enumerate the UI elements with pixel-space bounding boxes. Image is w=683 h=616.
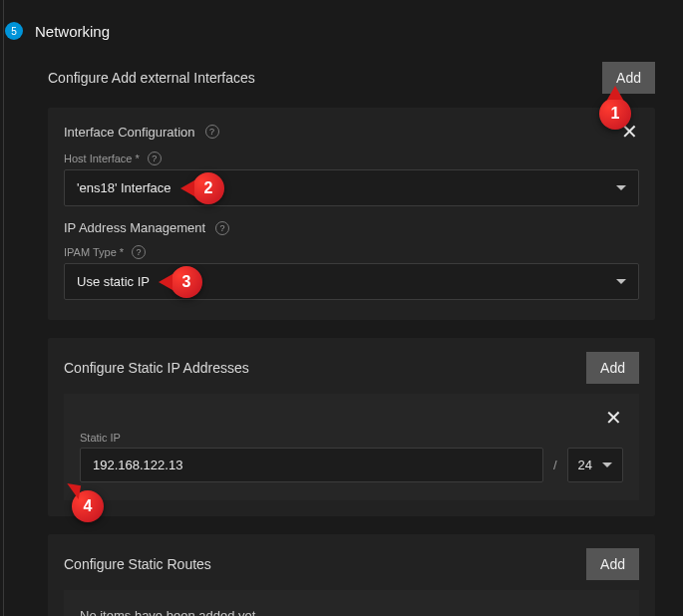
annotation-4: 4: [72, 490, 104, 522]
ipam-type-label-text: IPAM Type *: [64, 246, 124, 258]
help-icon[interactable]: ?: [132, 245, 146, 259]
static-ip-field-label: Static IP: [80, 432, 623, 444]
cidr-slash: /: [553, 458, 557, 472]
annotation-3: 3: [171, 266, 202, 298]
ipam-type-dropdown[interactable]: Use static IP 3: [64, 263, 639, 300]
annotation-2: 2: [192, 172, 224, 204]
chevron-down-icon: [602, 462, 612, 467]
external-interfaces-label: Configure Add external Interfaces: [48, 70, 255, 86]
external-interfaces-row: Configure Add external Interfaces Add 1: [48, 62, 655, 94]
routes-empty-state: No items have been added yet.: [64, 590, 639, 616]
cidr-prefix-dropdown[interactable]: 24: [567, 448, 623, 482]
step-header: 5 Networking: [0, 0, 674, 62]
step-number-badge: 5: [5, 22, 23, 40]
help-icon[interactable]: ?: [148, 152, 162, 165]
host-interface-dropdown[interactable]: 'ens18' Interface 2: [64, 169, 639, 206]
host-interface-label: Host Interface * ?: [64, 152, 639, 165]
static-ip-label: Configure Static IP Addresses: [64, 360, 249, 376]
host-interface-value: 'ens18' Interface: [77, 180, 171, 195]
help-icon[interactable]: ?: [215, 221, 229, 235]
interface-config-title: Interface Configuration ?: [64, 125, 219, 140]
add-static-route-button[interactable]: Add: [586, 548, 639, 580]
help-icon[interactable]: ?: [205, 125, 219, 139]
static-ip-field-label-text: Static IP: [80, 432, 121, 444]
ipam-title-text: IP Address Management: [64, 220, 205, 235]
add-static-ip-button[interactable]: Add: [586, 352, 639, 384]
cidr-prefix-value: 24: [578, 458, 592, 472]
close-icon[interactable]: ✕: [603, 408, 623, 428]
annotation-1: 1: [599, 98, 631, 130]
host-interface-label-text: Host Interface *: [64, 153, 140, 164]
interface-config-title-text: Interface Configuration: [64, 125, 195, 140]
ipam-title: IP Address Management ?: [64, 220, 639, 235]
ipam-type-label: IPAM Type * ?: [64, 245, 639, 259]
chevron-down-icon: [616, 279, 626, 284]
static-routes-panel: Configure Static Routes Add No items hav…: [48, 534, 655, 616]
interface-configuration-panel: Interface Configuration ? ✕ Host Interfa…: [48, 108, 655, 320]
ipam-type-value: Use static IP: [77, 274, 150, 289]
static-ip-panel: Configure Static IP Addresses Add ✕ Stat…: [48, 338, 655, 516]
static-routes-label: Configure Static Routes: [64, 556, 211, 572]
chevron-down-icon: [616, 185, 626, 190]
static-ip-input[interactable]: [80, 448, 543, 482]
section-title: Networking: [35, 23, 110, 40]
static-ip-item: ✕ Static IP / 24 4: [64, 394, 639, 500]
